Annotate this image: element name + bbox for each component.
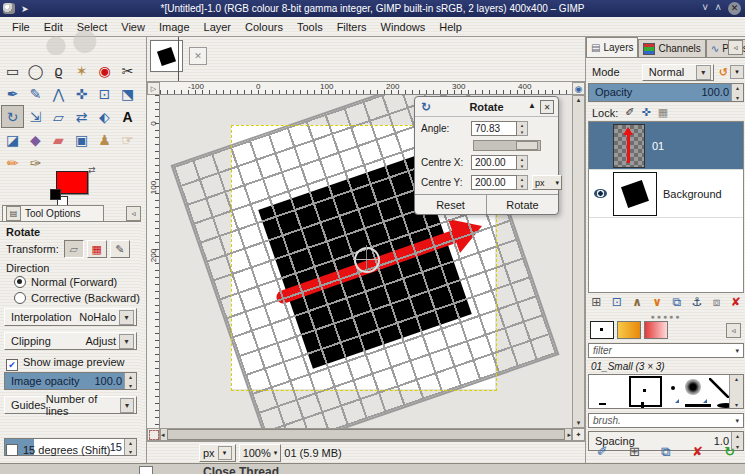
brush-partial[interactable] <box>685 404 711 407</box>
stamp-tool-icon[interactable]: ♟ <box>93 128 116 151</box>
show-preview-option[interactable]: ✔Show image preview <box>6 356 125 371</box>
anchor-layer-button[interactable]: ⚓ <box>691 295 702 309</box>
scrollbar-thumb[interactable] <box>167 429 566 440</box>
tab-patterns[interactable] <box>644 321 668 339</box>
guides-dropdown[interactable]: Guides Number of lines ▾ <box>4 396 137 414</box>
menu-colours[interactable]: Colours <box>239 19 289 35</box>
mode-options-icon[interactable]: ▾ <box>730 65 744 79</box>
merge-layer-button[interactable]: ⧈ <box>713 295 721 309</box>
layer-name[interactable]: Background <box>663 188 722 200</box>
chevron-down-icon[interactable]: ▾ <box>119 310 134 325</box>
dock-menu-button[interactable]: ◃ <box>728 40 743 55</box>
radio-normal[interactable] <box>14 276 26 288</box>
menu-view[interactable]: View <box>115 19 151 35</box>
zoom-dropdown[interactable]: 100% ▾ <box>239 444 282 462</box>
chevron-down-icon[interactable]: ▾ <box>555 179 559 187</box>
paths-tool-icon[interactable]: ✒ <box>1 82 24 105</box>
menu-filters[interactable]: Filters <box>331 19 373 35</box>
chevron-down-icon[interactable]: ▾ <box>735 347 739 355</box>
constrain-option[interactable]: 15 degrees (Shift) <box>6 444 110 456</box>
reset-mode-icon[interactable]: ↺ <box>719 66 728 79</box>
direction-normal-option[interactable]: Normal (Forward) <box>14 276 117 288</box>
clone-tool-icon[interactable]: ▣ <box>70 128 93 151</box>
close-button[interactable]: ✕ <box>728 2 741 15</box>
scale-tool-icon[interactable]: ⇲ <box>24 105 47 128</box>
new-brush-button[interactable]: ⊞ <box>629 444 640 460</box>
delete-brush-button[interactable]: ✘ <box>692 444 703 460</box>
chevron-down-icon[interactable]: ▾ <box>696 65 711 80</box>
layer-thumbnail[interactable] <box>613 172 657 216</box>
fuzzy-select-tool-icon[interactable]: ✶ <box>70 59 93 82</box>
ruler-origin-button[interactable]: ▷ <box>147 82 160 95</box>
duplicate-layer-button[interactable]: ⧉ <box>672 295 681 309</box>
centre-x-spinner[interactable]: ▴▾ <box>517 155 528 170</box>
reset-button[interactable]: Reset <box>415 195 487 214</box>
brush-fuzzy[interactable] <box>685 379 701 395</box>
tab-layers[interactable]: ▤ Layers <box>586 37 638 57</box>
chevron-down-icon[interactable]: ▾ <box>218 446 232 460</box>
clipping-dropdown[interactable]: Clipping Adjust ▾ <box>4 332 137 350</box>
checkbox-checked-icon[interactable]: ✔ <box>6 359 18 371</box>
spinner[interactable]: ▴▾ <box>124 439 136 455</box>
brush-grid-scrollbar[interactable]: ▴▾ <box>729 375 743 408</box>
rotate-tool-icon[interactable]: ↻ <box>1 105 24 128</box>
checkbox-unchecked-icon[interactable] <box>6 444 18 456</box>
slider-handle[interactable] <box>516 141 538 150</box>
interpolation-dropdown[interactable]: Interpolation NoHalo ▾ <box>4 308 137 326</box>
brushes-menu-button[interactable]: ◃ <box>726 323 741 338</box>
chevron-down-icon[interactable]: ▾ <box>735 417 739 425</box>
flip-tool-icon[interactable]: ⇄ <box>70 105 93 128</box>
menu-image[interactable]: Image <box>153 19 196 35</box>
transform-selection-button[interactable]: ▦ <box>87 240 107 258</box>
brush-grid[interactable]: ▴▾ <box>588 374 744 409</box>
radio-corrective[interactable] <box>14 292 26 304</box>
paintbrush-tool-icon[interactable]: ✑ <box>24 151 47 174</box>
horizontal-ruler[interactable]: -100 0 100 200 300 400 <box>160 82 572 95</box>
tab-tool-options[interactable]: ▤ Tool Options <box>2 205 104 221</box>
tab-brushes[interactable] <box>590 321 614 339</box>
scroll-right-icon[interactable]: ▸ <box>567 431 571 439</box>
rotate-button[interactable]: Rotate <box>487 195 558 214</box>
unified-transform-tool-icon[interactable]: ⬔ <box>116 82 139 105</box>
image-opacity-slider[interactable]: Image opacity 100.0 ▴▾ <box>4 372 137 390</box>
free-select-tool-icon[interactable]: ϱ <box>47 59 70 82</box>
unit-dropdown[interactable]: px ▾ <box>532 175 562 190</box>
menu-tools[interactable]: Tools <box>291 19 329 35</box>
brush-partial[interactable] <box>599 403 606 405</box>
minimize-button[interactable]: ˅ <box>702 1 708 15</box>
zoom-follow-toggle[interactable]: ◉ <box>572 82 585 95</box>
menu-windows[interactable]: Windows <box>375 19 432 35</box>
colour-picker-tool-icon[interactable]: ✎ <box>24 82 47 105</box>
spinner[interactable]: ▴▾ <box>731 84 743 101</box>
brush-search-input[interactable]: brush. ▾ <box>588 413 744 428</box>
menu-layer[interactable]: Layer <box>198 19 238 35</box>
centre-y-input[interactable]: 200.00 <box>471 175 517 190</box>
brush-dot[interactable] <box>671 386 675 390</box>
layer-row-background[interactable]: Background <box>589 170 743 218</box>
rotate-dialog-header[interactable]: ↻ Rotate ▲ ✕ <box>415 97 558 117</box>
scissors-select-tool-icon[interactable]: ✂ <box>116 59 139 82</box>
measure-tool-icon[interactable]: ⋀ <box>47 82 70 105</box>
spinner[interactable]: ▴▾ <box>124 373 136 389</box>
lock-paint-icon[interactable]: ✐ <box>625 106 634 119</box>
mode-dropdown[interactable]: Normal ▾ <box>642 64 714 81</box>
tool-options-menu-button[interactable]: ◃ <box>126 206 141 221</box>
vertical-ruler[interactable]: 0 100 200 <box>147 95 160 428</box>
smudge-tool-icon[interactable]: ☞ <box>116 128 139 151</box>
eye-icon[interactable] <box>594 189 607 198</box>
menu-help[interactable]: Help <box>433 19 468 35</box>
duplicate-brush-button[interactable]: ⧉ <box>661 444 670 460</box>
scroll-down-icon[interactable]: ▾ <box>577 419 581 427</box>
bucket-fill-tool-icon[interactable]: ◪ <box>1 128 24 151</box>
selected-brush-cell[interactable] <box>629 376 662 407</box>
horizontal-scrollbar[interactable]: ◂ ▸ <box>160 428 572 441</box>
chevron-down-icon[interactable]: ▾ <box>120 398 134 413</box>
brush-filter-input[interactable]: filter ▾ <box>588 343 744 358</box>
opacity-slider[interactable]: Opacity 100.0 ▴▾ <box>588 83 744 102</box>
centre-x-input[interactable]: 200.00 <box>471 155 517 170</box>
layer-name[interactable]: 01 <box>652 140 664 152</box>
rotate-dialog[interactable]: ↻ Rotate ▲ ✕ Angle: 70.83 ▴▾ Centre X: 2… <box>414 96 559 215</box>
rotation-center-marker[interactable] <box>354 247 380 273</box>
new-group-button[interactable]: ⊡ <box>612 295 622 309</box>
dock-splitter[interactable]: ●●●●● <box>586 313 745 319</box>
